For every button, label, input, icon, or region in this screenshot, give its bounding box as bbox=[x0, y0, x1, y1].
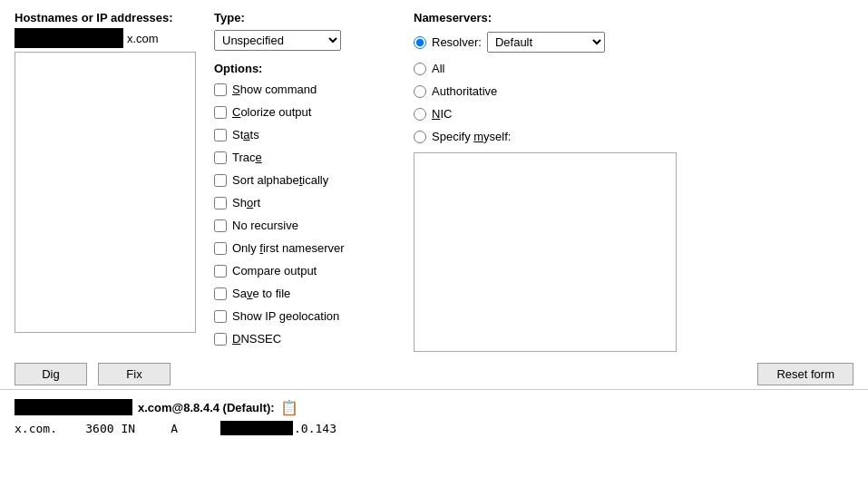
short-label[interactable]: Short bbox=[232, 196, 260, 210]
checkbox-compare-output: Compare output bbox=[214, 264, 395, 278]
compare-output-checkbox[interactable] bbox=[214, 265, 227, 278]
dnssec-label[interactable]: DNSSEC bbox=[232, 332, 281, 346]
no-recursive-label[interactable]: No recursive bbox=[232, 219, 298, 232]
hostname-redacted-block bbox=[15, 28, 123, 48]
specify-myself-radio-label[interactable]: Specify myself: bbox=[432, 130, 511, 143]
reset-form-button[interactable]: Reset form bbox=[757, 363, 853, 385]
results-title: x.com@8.8.4.4 (Default): 📋 bbox=[15, 399, 853, 415]
short-checkbox[interactable] bbox=[214, 197, 227, 210]
dig-button[interactable]: Dig bbox=[15, 363, 87, 385]
nic-radio[interactable] bbox=[414, 108, 426, 121]
specify-myself-textarea[interactable] bbox=[414, 152, 677, 352]
save-to-file-checkbox[interactable] bbox=[214, 287, 227, 300]
checkbox-trace: Trace bbox=[214, 151, 395, 164]
hostnames-column: Hostnames or IP addresses: x.com bbox=[15, 11, 196, 333]
result-spacing bbox=[178, 422, 220, 435]
results-title-suffix: x.com@8.8.4.4 (Default): bbox=[138, 401, 275, 414]
all-radio-label[interactable]: All bbox=[432, 62, 444, 75]
nameservers-label: Nameservers: bbox=[414, 11, 704, 24]
show-command-label[interactable]: Show command bbox=[232, 83, 317, 96]
result-middle bbox=[57, 422, 85, 435]
checkbox-colorize-output: Colorize output bbox=[214, 105, 395, 119]
checkbox-only-first: Only first nameserver bbox=[214, 241, 395, 255]
checkbox-short: Short bbox=[214, 196, 395, 210]
type-label: Type: bbox=[214, 11, 395, 24]
trace-label[interactable]: Trace bbox=[232, 151, 262, 164]
checkbox-no-recursive: No recursive bbox=[214, 219, 395, 232]
radio-specify-myself-row: Specify myself: bbox=[414, 130, 704, 143]
radio-resolver-row: Resolver: Default Google (8.8.8.8) Cloud… bbox=[414, 32, 704, 53]
hostname-suffix: x.com bbox=[127, 32, 159, 45]
checkbox-save-to-file: Save to file bbox=[214, 287, 395, 300]
options-label: Options: bbox=[214, 62, 395, 75]
sort-alpha-checkbox[interactable] bbox=[214, 174, 227, 187]
radio-nic-row: NIC bbox=[414, 107, 704, 121]
checkbox-show-command: Show command bbox=[214, 83, 395, 96]
results-line: x.com. 3600 IN A .0.143 bbox=[15, 421, 853, 435]
result-prefix: x.com. bbox=[15, 422, 57, 435]
radio-all-row: All bbox=[414, 62, 704, 75]
hostnames-label: Hostnames or IP addresses: bbox=[15, 11, 196, 24]
colorize-output-label[interactable]: Colorize output bbox=[232, 105, 311, 119]
resolver-select[interactable]: Default Google (8.8.8.8) Cloudflare (1.1… bbox=[487, 32, 605, 53]
sort-alpha-label[interactable]: Sort alphabetically bbox=[232, 173, 328, 187]
authoritative-radio-label[interactable]: Authoritative bbox=[432, 84, 497, 98]
compare-output-label[interactable]: Compare output bbox=[232, 264, 317, 278]
results-area: x.com@8.8.4.4 (Default): 📋 x.com. 3600 I… bbox=[0, 389, 868, 443]
no-recursive-checkbox[interactable] bbox=[214, 219, 227, 232]
only-first-checkbox[interactable] bbox=[214, 242, 227, 255]
result-ip-suffix: .0.143 bbox=[294, 422, 336, 435]
stats-label[interactable]: Stats bbox=[232, 128, 259, 141]
show-ip-geo-label[interactable]: Show IP geolocation bbox=[232, 309, 339, 323]
type-select[interactable]: Unspecified A AAAA CNAME MX NS PTR SOA T… bbox=[214, 30, 341, 51]
fix-button[interactable]: Fix bbox=[98, 363, 171, 385]
checkbox-show-ip-geo: Show IP geolocation bbox=[214, 309, 395, 323]
only-first-label[interactable]: Only first nameserver bbox=[232, 241, 345, 255]
show-ip-geo-checkbox[interactable] bbox=[214, 310, 227, 323]
hostname-input-row: x.com bbox=[15, 28, 196, 48]
checkbox-dnssec: DNSSEC bbox=[214, 332, 395, 346]
checkbox-sort-alpha: Sort alphabetically bbox=[214, 173, 395, 187]
resolver-radio[interactable] bbox=[414, 36, 426, 49]
copy-icon[interactable]: 📋 bbox=[280, 399, 297, 415]
main-form: Hostnames or IP addresses: x.com Type: U… bbox=[0, 0, 868, 359]
result-ip-redacted bbox=[220, 421, 293, 435]
all-radio[interactable] bbox=[414, 63, 426, 75]
dnssec-checkbox[interactable] bbox=[214, 333, 227, 346]
resolver-radio-label[interactable]: Resolver: bbox=[432, 35, 482, 49]
result-hostname-redacted bbox=[15, 399, 132, 415]
type-options-column: Type: Unspecified A AAAA CNAME MX NS PTR… bbox=[214, 11, 395, 347]
result-middle-text: 3600 IN A bbox=[85, 422, 178, 435]
radio-authoritative-row: Authoritative bbox=[414, 84, 704, 98]
nameservers-column: Nameservers: Resolver: Default Google (8… bbox=[414, 11, 704, 352]
trace-checkbox[interactable] bbox=[214, 151, 227, 164]
colorize-output-checkbox[interactable] bbox=[214, 106, 227, 119]
save-to-file-label[interactable]: Save to file bbox=[232, 287, 290, 300]
buttons-row: Dig Fix Reset form bbox=[0, 359, 868, 389]
nic-radio-label[interactable]: NIC bbox=[432, 107, 452, 121]
specify-myself-radio[interactable] bbox=[414, 131, 426, 143]
authoritative-radio[interactable] bbox=[414, 85, 426, 98]
hostnames-textarea[interactable] bbox=[15, 52, 196, 333]
show-command-checkbox[interactable] bbox=[214, 83, 227, 96]
checkbox-stats: Stats bbox=[214, 128, 395, 141]
stats-checkbox[interactable] bbox=[214, 129, 227, 141]
